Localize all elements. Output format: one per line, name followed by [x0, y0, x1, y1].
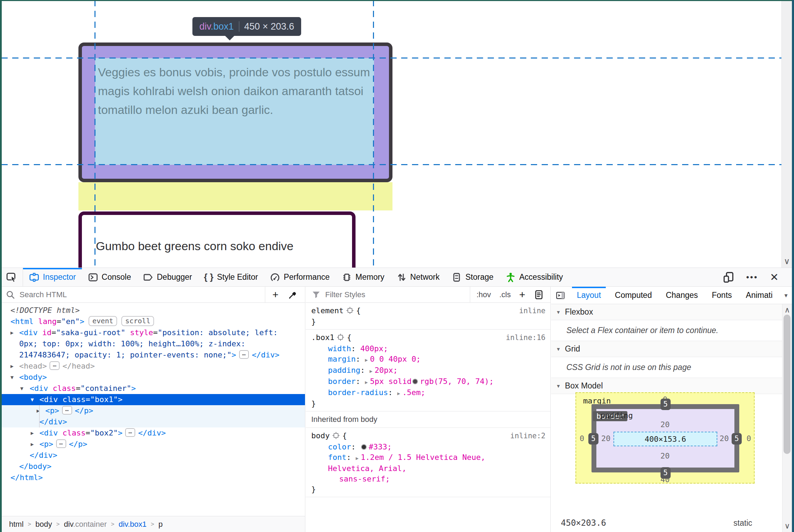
search-input[interactable]: [20, 290, 265, 299]
color-swatch[interactable]: [412, 379, 418, 384]
tab-animations[interactable]: Animati: [739, 287, 773, 304]
expand-arrow-icon[interactable]: ▶: [31, 427, 34, 439]
css-declaration[interactable]: padding: ▶20px;: [306, 365, 550, 376]
rule-origin-link[interactable]: inline:16: [506, 332, 545, 343]
expand-value-icon[interactable]: ▶: [369, 368, 372, 374]
tab-changes[interactable]: Changes: [659, 287, 705, 304]
tree-node-box2[interactable]: ▶ <div class="box2">⋯</div>: [0, 427, 305, 439]
flexbox-section-header[interactable]: ▼ Flexbox: [551, 304, 794, 320]
breadcrumb-box1-selected[interactable]: div.box1: [119, 520, 146, 529]
tree-node-html[interactable]: <html lang="en">eventscroll: [0, 316, 305, 327]
eyedropper-icon[interactable]: [288, 290, 298, 300]
add-rule-button[interactable]: +: [519, 290, 525, 300]
inline-ellipsis-chip[interactable]: ⋯: [125, 428, 135, 437]
collapse-arrow-icon[interactable]: ▼: [20, 383, 23, 394]
tree-node-body-close[interactable]: </body>: [0, 461, 305, 472]
tree-node-container-close[interactable]: </div>: [0, 450, 305, 461]
boxmodel-section-header[interactable]: ▼ Box Model: [551, 378, 794, 394]
tree-node-saka-gui-root[interactable]: ▶ <div id="saka-gui-root" style="positio…: [0, 327, 305, 361]
css-declaration[interactable]: margin: ▶0 0 40px 0;: [306, 354, 550, 365]
tree-node-html-close[interactable]: </html>: [0, 472, 305, 483]
breadcrumb-container[interactable]: div.container: [64, 520, 107, 529]
filter-styles-input[interactable]: [325, 290, 470, 299]
css-declaration[interactable]: width: 400px;: [306, 344, 550, 354]
node-picker-button[interactable]: [0, 268, 23, 286]
css-declaration[interactable]: border-radius: ▶.5em;: [306, 387, 550, 399]
selector-highlighter-icon[interactable]: [346, 306, 353, 317]
tree-node-doctype[interactable]: <!DOCTYPE html>: [0, 305, 305, 316]
tab-style-editor[interactable]: { } Style Editor: [198, 268, 264, 286]
tree-node-head[interactable]: ▶ <head>⋯</head>: [0, 361, 305, 372]
tab-fonts[interactable]: Fonts: [705, 287, 739, 304]
tab-accessibility[interactable]: Accessibility: [499, 268, 569, 286]
padding-left-value[interactable]: 20: [601, 434, 611, 443]
inline-ellipsis-chip[interactable]: ⋯: [56, 439, 66, 448]
padding-top-value[interactable]: 20: [576, 420, 754, 429]
tab-layout[interactable]: Layout: [570, 287, 608, 304]
expand-value-icon[interactable]: ▶: [365, 379, 368, 385]
scroll-badge[interactable]: scroll: [121, 316, 154, 326]
overflow-menu-icon[interactable]: •••: [746, 272, 758, 282]
tree-node-container[interactable]: ▼ <div class="container">: [0, 383, 305, 394]
expand-arrow-icon[interactable]: ▶: [31, 439, 34, 450]
css-declaration[interactable]: font: ▶1.2em / 1.5 Helvetica Neue, Helve…: [306, 452, 550, 474]
box-model-diagram[interactable]: margin 0 border padding 20 400×153.6 5 5…: [575, 392, 755, 484]
rule-selector[interactable]: element: [311, 306, 344, 315]
expand-value-icon[interactable]: ▶: [365, 357, 368, 363]
tab-network[interactable]: Network: [390, 268, 445, 286]
breadcrumb-html[interactable]: html: [9, 520, 24, 529]
tree-node-box1-close[interactable]: </div>: [0, 416, 305, 427]
grid-section-header[interactable]: ▼ Grid: [551, 341, 794, 357]
collapse-arrow-icon[interactable]: ▼: [31, 394, 34, 405]
layout-scrollbar[interactable]: ∧ ∨: [782, 304, 792, 532]
inline-ellipsis-chip[interactable]: ⋯: [239, 350, 249, 359]
border-top-value[interactable]: 5: [661, 399, 671, 410]
tree-node-p[interactable]: ▶ <p>⋯</p>: [0, 405, 305, 416]
pretty-print-icon[interactable]: [534, 290, 544, 300]
rule-selector[interactable]: .box1: [311, 333, 334, 342]
tab-storage[interactable]: Storage: [445, 268, 499, 286]
tree-node-box1-selected[interactable]: ▼ <div class="box1">: [0, 394, 305, 405]
inline-ellipsis-chip[interactable]: ⋯: [49, 361, 60, 370]
padding-bottom-value[interactable]: 20: [576, 452, 754, 460]
expand-arrow-icon[interactable]: ▶: [10, 327, 14, 338]
event-badge[interactable]: event: [89, 316, 117, 326]
tab-computed[interactable]: Computed: [608, 287, 659, 304]
pseudo-class-button[interactable]: :hov: [476, 290, 491, 299]
margin-left-value[interactable]: 0: [580, 434, 584, 443]
tab-memory[interactable]: Memory: [336, 268, 390, 286]
padding-right-value[interactable]: 20: [720, 434, 729, 443]
expand-arrow-icon[interactable]: ▶: [10, 361, 14, 372]
tab-performance[interactable]: Performance: [264, 268, 336, 286]
add-node-button[interactable]: +: [272, 290, 278, 300]
content-box[interactable]: 400×153.6: [613, 432, 717, 446]
sidebar-toggle-button[interactable]: [551, 287, 570, 304]
breadcrumb-body[interactable]: body: [36, 520, 52, 529]
css-declaration[interactable]: border: ▶5px solidrgb(75, 70, 74);: [306, 376, 550, 387]
scroll-up-icon[interactable]: ∧: [782, 306, 792, 315]
border-right-value[interactable]: 5: [732, 433, 742, 445]
css-declaration[interactable]: color: #333;: [306, 442, 550, 452]
expand-value-icon[interactable]: ▶: [397, 391, 400, 396]
rule-origin-link[interactable]: inline: [519, 306, 545, 316]
margin-right-value[interactable]: 0: [747, 434, 751, 443]
inline-ellipsis-chip[interactable]: ⋯: [62, 406, 72, 415]
scroll-down-icon[interactable]: ∨: [782, 522, 792, 531]
tab-debugger[interactable]: Debugger: [137, 268, 198, 286]
tabs-overflow-dropdown[interactable]: ▾: [780, 287, 792, 304]
color-swatch[interactable]: [361, 444, 367, 450]
tab-console[interactable]: Console: [82, 268, 137, 286]
rule-selector[interactable]: body: [311, 431, 330, 440]
close-icon[interactable]: ✕: [770, 271, 779, 283]
tab-inspector[interactable]: Inspector: [23, 268, 82, 286]
tree-node-p2[interactable]: ▶ <p>⋯</p>: [0, 439, 305, 450]
rule-origin-link[interactable]: inline:2: [510, 431, 545, 441]
border-left-value[interactable]: 5: [588, 433, 598, 445]
page-scrollbar[interactable]: ∨: [781, 0, 792, 268]
class-toggle-button[interactable]: .cls: [499, 290, 511, 299]
breadcrumb-p[interactable]: p: [158, 520, 162, 529]
border-bottom-value[interactable]: 5: [661, 467, 671, 479]
collapse-arrow-icon[interactable]: ▼: [10, 372, 14, 383]
expand-value-icon[interactable]: ▶: [356, 455, 358, 461]
selector-highlighter-icon[interactable]: [337, 333, 344, 344]
